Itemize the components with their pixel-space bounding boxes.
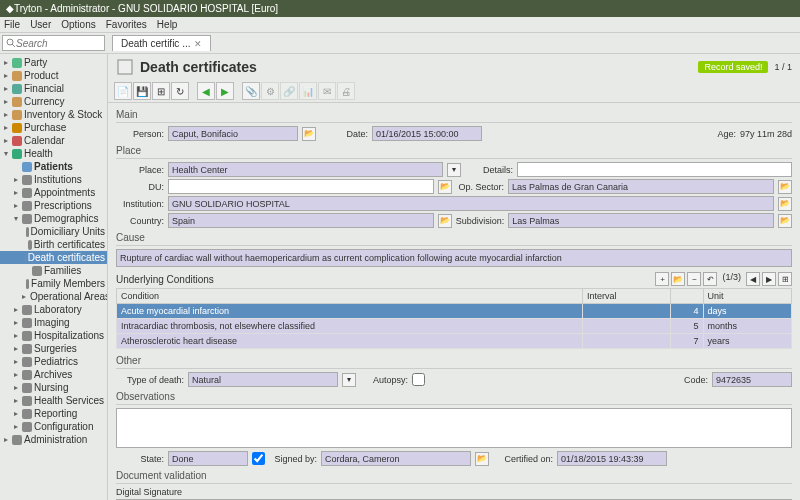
search-box[interactable] — [2, 35, 105, 51]
col-header[interactable]: Interval — [583, 289, 671, 304]
tab-death-cert[interactable]: Death certific ... ✕ — [112, 35, 211, 51]
relate-button[interactable]: 🔗 — [280, 82, 298, 100]
open-icon[interactable]: 📂 — [438, 180, 452, 194]
country-field[interactable]: Spain — [168, 213, 434, 228]
sidebar-item-surgeries[interactable]: ▸Surgeries — [0, 342, 107, 355]
table-row[interactable]: Acute myocardial infarction4days — [117, 304, 792, 319]
open-icon[interactable]: 📂 — [438, 214, 452, 228]
menu-user[interactable]: User — [30, 19, 51, 30]
sidebar-item-birth-certificates[interactable]: Birth certificates — [0, 238, 107, 251]
undo-icon[interactable]: ↶ — [703, 272, 717, 286]
sidebar-item-health[interactable]: ▾Health — [0, 147, 107, 160]
sidebar-item-institutions[interactable]: ▸Institutions — [0, 173, 107, 186]
expand-icon[interactable]: ▸ — [12, 344, 20, 353]
subdiv-field[interactable]: Las Palmas — [508, 213, 774, 228]
expand-icon[interactable]: ▸ — [12, 201, 20, 210]
delete-icon[interactable]: − — [687, 272, 701, 286]
expand-icon[interactable]: ▸ — [2, 58, 10, 67]
sidebar-item-domiciliary-units[interactable]: Domiciliary Units — [0, 225, 107, 238]
expand-icon[interactable]: ▸ — [2, 435, 10, 444]
place-field[interactable]: Health Center — [168, 162, 443, 177]
sidebar-item-laboratory[interactable]: ▸Laboratory — [0, 303, 107, 316]
autopsy-checkbox[interactable] — [412, 373, 425, 386]
action-button[interactable]: ⚙ — [261, 82, 279, 100]
sidebar-item-appointments[interactable]: ▸Appointments — [0, 186, 107, 199]
email-button[interactable]: ✉ — [318, 82, 336, 100]
next-icon[interactable]: ▶ — [762, 272, 776, 286]
expand-icon[interactable]: ▾ — [2, 149, 10, 158]
expand-icon[interactable]: ▸ — [12, 370, 20, 379]
sidebar-item-health-services[interactable]: ▸Health Services — [0, 394, 107, 407]
sidebar-item-configuration[interactable]: ▸Configuration — [0, 420, 107, 433]
expand-icon[interactable]: ▸ — [12, 396, 20, 405]
sidebar-item-imaging[interactable]: ▸Imaging — [0, 316, 107, 329]
sidebar-item-administration[interactable]: ▸Administration — [0, 433, 107, 446]
menu-help[interactable]: Help — [157, 19, 178, 30]
opsector-field[interactable]: Las Palmas de Gran Canaria — [508, 179, 774, 194]
open-icon[interactable]: 📂 — [302, 127, 316, 141]
table-row[interactable]: Atherosclerotic heart disease7years — [117, 334, 792, 349]
sidebar-item-patients[interactable]: Patients — [0, 160, 107, 173]
signed-field[interactable]: Cordara, Cameron — [321, 451, 471, 466]
expand-icon[interactable]: ▸ — [2, 71, 10, 80]
sidebar-item-nursing[interactable]: ▸Nursing — [0, 381, 107, 394]
open-icon[interactable]: 📂 — [778, 197, 792, 211]
attach-button[interactable]: 📎 — [242, 82, 260, 100]
open-icon[interactable]: 📂 — [778, 180, 792, 194]
expand-icon[interactable]: ▸ — [2, 123, 10, 132]
prev-button[interactable]: ◀ — [197, 82, 215, 100]
reload-button[interactable]: ↻ — [171, 82, 189, 100]
sidebar-item-party[interactable]: ▸Party — [0, 56, 107, 69]
next-button[interactable]: ▶ — [216, 82, 234, 100]
sidebar-item-inventory-stock[interactable]: ▸Inventory & Stock — [0, 108, 107, 121]
menu-favorites[interactable]: Favorites — [106, 19, 147, 30]
expand-icon[interactable]: ▾ — [12, 214, 20, 223]
sidebar-item-financial[interactable]: ▸Financial — [0, 82, 107, 95]
sidebar-item-family-members[interactable]: Family Members — [0, 277, 107, 290]
sidebar-item-hospitalizations[interactable]: ▸Hospitalizations — [0, 329, 107, 342]
expand-icon[interactable]: ▸ — [22, 292, 26, 301]
sidebar-item-prescriptions[interactable]: ▸Prescriptions — [0, 199, 107, 212]
new-icon[interactable]: + — [655, 272, 669, 286]
tod-field[interactable]: Natural — [188, 372, 338, 387]
sidebar-item-demographics[interactable]: ▾Demographics — [0, 212, 107, 225]
details-field[interactable] — [517, 162, 792, 177]
sidebar-item-archives[interactable]: ▸Archives — [0, 368, 107, 381]
expand-icon[interactable]: ▸ — [12, 305, 20, 314]
person-field[interactable]: Caput, Bonifacio — [168, 126, 298, 141]
sidebar-item-operational-areas[interactable]: ▸Operational Areas — [0, 290, 107, 303]
open-icon[interactable]: 📂 — [671, 272, 685, 286]
expand-icon[interactable]: ▸ — [12, 175, 20, 184]
sidebar-item-reporting[interactable]: ▸Reporting — [0, 407, 107, 420]
menu-file[interactable]: File — [4, 19, 20, 30]
search-input[interactable] — [16, 38, 101, 49]
expand-icon[interactable]: ▸ — [12, 318, 20, 327]
switch-icon[interactable]: ⊞ — [778, 272, 792, 286]
observations-field[interactable] — [116, 408, 792, 448]
open-icon[interactable]: 📂 — [475, 452, 489, 466]
expand-icon[interactable]: ▸ — [12, 357, 20, 366]
sidebar-item-calendar[interactable]: ▸Calendar — [0, 134, 107, 147]
dropdown-icon[interactable]: ▾ — [342, 373, 356, 387]
col-header[interactable]: Unit — [703, 289, 791, 304]
expand-icon[interactable]: ▸ — [2, 110, 10, 119]
expand-icon[interactable]: ▸ — [2, 97, 10, 106]
new-button[interactable]: 📄 — [114, 82, 132, 100]
col-header[interactable]: Condition — [117, 289, 583, 304]
sidebar-item-purchase[interactable]: ▸Purchase — [0, 121, 107, 134]
code-field[interactable]: 9472635 — [712, 372, 792, 387]
date-field[interactable]: 01/16/2015 15:00:00 — [372, 126, 482, 141]
expand-icon[interactable]: ▸ — [12, 383, 20, 392]
print-button[interactable]: 🖨 — [337, 82, 355, 100]
sidebar-item-product[interactable]: ▸Product — [0, 69, 107, 82]
expand-icon[interactable]: ▸ — [12, 188, 20, 197]
sidebar-item-families[interactable]: Families — [0, 264, 107, 277]
sidebar-item-death-certificates[interactable]: Death certificates — [0, 251, 107, 264]
inst-field[interactable]: GNU SOLIDARIO HOSPITAL — [168, 196, 774, 211]
expand-icon[interactable]: ▸ — [12, 409, 20, 418]
close-icon[interactable]: ✕ — [194, 39, 202, 49]
menu-options[interactable]: Options — [61, 19, 95, 30]
expand-icon[interactable]: ▸ — [2, 84, 10, 93]
expand-icon[interactable]: ▸ — [2, 136, 10, 145]
prev-icon[interactable]: ◀ — [746, 272, 760, 286]
